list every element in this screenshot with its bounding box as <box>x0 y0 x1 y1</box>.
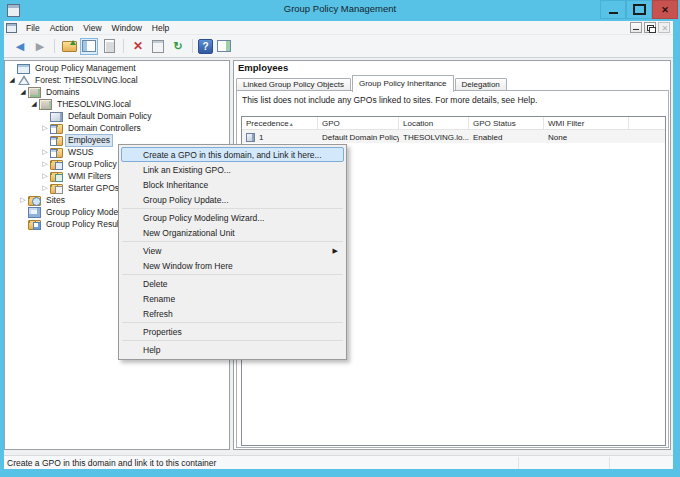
menubar-item-action[interactable]: Action <box>45 21 79 34</box>
menu-item-delete[interactable]: Delete <box>121 276 344 291</box>
show-action-pane-icon[interactable] <box>215 38 233 55</box>
expander-collapsed-icon[interactable] <box>40 171 50 181</box>
menu-item-group-policy-update[interactable]: Group Policy Update... <box>121 192 344 207</box>
minimize-button[interactable] <box>600 0 626 19</box>
menu-item-new-organizational-unit[interactable]: New Organizational Unit <box>121 225 344 240</box>
window-title: Group Policy Management <box>0 3 680 14</box>
tree-item-group-policy-management[interactable]: Group Policy Management <box>5 62 229 74</box>
tree-item-label: Domain Controllers <box>66 123 143 134</box>
paste-icon[interactable] <box>100 38 118 55</box>
menubar-item-help[interactable]: Help <box>147 21 174 34</box>
title-bar[interactable]: Group Policy Management <box>0 0 680 21</box>
menubar-item-window[interactable]: Window <box>107 21 147 34</box>
tab-delegation[interactable]: Delegation <box>455 78 507 91</box>
menu-item-label: New Window from Here <box>143 261 233 271</box>
properties-icon[interactable] <box>149 38 167 55</box>
menu-items: FileActionViewWindowHelp <box>21 21 174 34</box>
child-minimize-button[interactable] <box>630 22 642 33</box>
menu-item-view[interactable]: View <box>121 243 344 258</box>
column-header-wmi-filter[interactable]: WMI Filter <box>544 117 629 129</box>
expander-expanded-icon[interactable] <box>18 87 28 97</box>
status-panel-divider <box>609 457 610 469</box>
menu-separator <box>122 340 343 341</box>
tree-item-forest-thesolving-local[interactable]: Forest: THESOLVING.local <box>5 74 229 86</box>
tree-item-domain-controllers[interactable]: Domain Controllers <box>5 122 229 134</box>
folder-gpo-icon <box>50 160 63 170</box>
maximize-button[interactable] <box>626 0 652 19</box>
tree-item-default-domain-policy[interactable]: Default Domain Policy <box>5 110 229 122</box>
help-icon[interactable] <box>198 39 213 54</box>
expander-collapsed-icon[interactable] <box>40 123 50 133</box>
table-row[interactable]: 1Default Domain PolicyTHESOLVING.lo...En… <box>242 130 665 143</box>
menubar-item-file[interactable]: File <box>21 21 45 34</box>
column-header-label: Location <box>403 119 433 128</box>
child-restore-button[interactable] <box>644 22 656 33</box>
column-header-gpo-status[interactable]: GPO Status <box>469 117 544 129</box>
toolbar <box>4 35 673 58</box>
menu-item-label: View <box>143 246 161 256</box>
menu-item-rename[interactable]: Rename <box>121 291 344 306</box>
cell-location: THESOLVING.lo... <box>399 130 469 143</box>
menu-item-group-policy-modeling-wizard[interactable]: Group Policy Modeling Wizard... <box>121 210 344 225</box>
tree-item-thesolving-local[interactable]: THESOLVING.local <box>5 98 229 110</box>
column-header-label: GPO Status <box>473 119 516 128</box>
gpo-icon <box>50 112 63 122</box>
menu-item-label: Group Policy Update... <box>143 195 229 205</box>
menu-item-label: New Organizational Unit <box>143 228 235 238</box>
tab-group-policy-inheritance[interactable]: Group Policy Inheritance <box>352 75 454 92</box>
toolbar-separator <box>54 39 55 53</box>
menu-item-properties[interactable]: Properties <box>121 324 344 339</box>
tree-item-label: Employees <box>66 135 112 146</box>
menu-item-help[interactable]: Help <box>121 342 344 357</box>
console-window-icon <box>6 23 17 33</box>
close-button[interactable] <box>652 0 678 19</box>
tab-linked-group-policy-objects[interactable]: Linked Group Policy Objects <box>236 78 351 91</box>
cell-gpo-status: Enabled <box>469 130 544 143</box>
expander-collapsed-icon[interactable] <box>40 183 50 193</box>
menu-item-create-a-gpo-in-this-domain-and-link-it-here[interactable]: Create a GPO in this domain, and Link it… <box>121 147 344 162</box>
ou-icon <box>50 136 63 146</box>
menu-item-refresh[interactable]: Refresh <box>121 306 344 321</box>
submenu-arrow-icon <box>333 247 338 255</box>
menu-item-label: Refresh <box>143 309 173 319</box>
column-header-label: WMI Filter <box>548 119 584 128</box>
tree-item-label: Domains <box>44 87 82 98</box>
menu-item-label: Group Policy Modeling Wizard... <box>143 213 264 223</box>
menu-item-new-window-from-here[interactable]: New Window from Here <box>121 258 344 273</box>
tree-item-domains[interactable]: Domains <box>5 86 229 98</box>
console-icon <box>17 64 30 74</box>
list-header: PrecedenceGPOLocationGPO StatusWMI Filte… <box>242 117 665 130</box>
group-policy-management-window: Group Policy Management FileActionViewWi… <box>0 0 680 477</box>
menu-item-link-an-existing-gpo[interactable]: Link an Existing GPO... <box>121 162 344 177</box>
tree-item-label: THESOLVING.local <box>55 99 133 110</box>
column-header-gpo[interactable]: GPO <box>318 117 399 129</box>
show-console-tree-icon[interactable] <box>80 38 98 55</box>
domains-icon <box>28 87 41 98</box>
back-icon[interactable] <box>11 38 29 55</box>
column-header-precedence[interactable]: Precedence <box>242 117 318 129</box>
menu-separator <box>122 208 343 209</box>
expander-expanded-icon[interactable] <box>29 99 39 109</box>
expander-collapsed-icon[interactable] <box>40 147 50 157</box>
expander-collapsed-icon[interactable] <box>18 195 28 205</box>
child-close-button[interactable] <box>658 22 670 33</box>
menu-separator <box>122 274 343 275</box>
menubar-item-view[interactable]: View <box>78 21 106 34</box>
menu-item-label: Create a GPO in this domain, and Link it… <box>143 150 322 160</box>
column-header-label: Precedence <box>246 119 289 128</box>
expander-expanded-icon[interactable] <box>7 75 17 85</box>
forward-icon[interactable] <box>31 38 49 55</box>
cell-value: THESOLVING.lo... <box>403 133 469 142</box>
tab-strip: Linked Group Policy ObjectsGroup Policy … <box>236 74 508 91</box>
expander-collapsed-icon[interactable] <box>40 159 50 169</box>
cell-gpo: Default Domain Policy <box>318 130 399 143</box>
cell-value: None <box>548 133 567 142</box>
menu-separator <box>122 322 343 323</box>
column-header-location[interactable]: Location <box>399 117 469 129</box>
delete-icon[interactable] <box>129 38 147 55</box>
menu-item-block-inheritance[interactable]: Block Inheritance <box>121 177 344 192</box>
toolbar-separator <box>192 39 193 53</box>
refresh-icon[interactable] <box>169 38 187 55</box>
up-one-level-icon[interactable] <box>60 38 78 55</box>
folder-wmi-icon <box>50 172 63 182</box>
